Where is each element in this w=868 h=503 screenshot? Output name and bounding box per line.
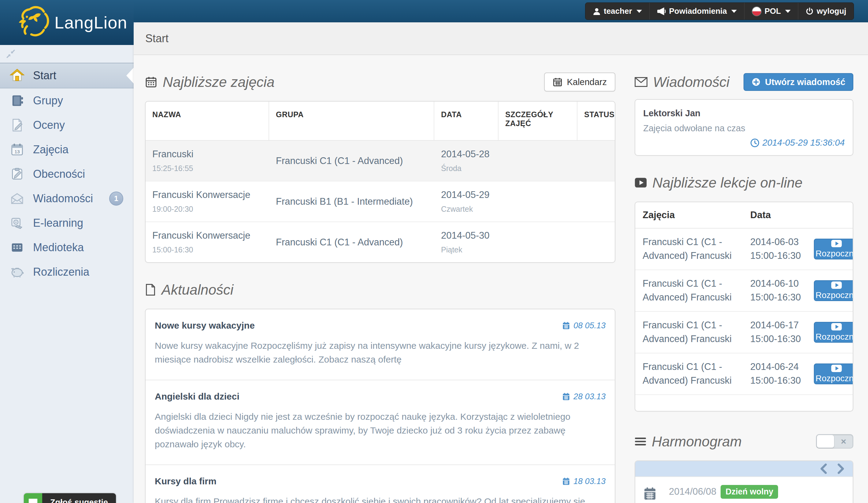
class-name: Francuski — [152, 149, 262, 160]
chevron-down-icon — [731, 10, 737, 13]
class-details — [498, 141, 577, 181]
chevron-down-icon — [785, 10, 790, 13]
news-title: Nowe kursy wakacyjne — [155, 320, 255, 331]
sidebar-item-label: Start — [33, 69, 56, 82]
sidebar-menu: Start Grupy Oceny 13 Zajęcia Obecności — [0, 63, 134, 284]
calendar-button[interactable]: Kalendarz — [544, 72, 616, 92]
class-name: Francuski Konwersacje — [152, 230, 262, 241]
sidebar-item-elearning[interactable]: E-learning — [0, 211, 134, 235]
home-icon — [9, 68, 25, 83]
main-content: Start Najbliższe zajęcia Kalendarz NAZWA… — [134, 22, 868, 503]
class-date: 2014-05-29 — [441, 189, 492, 201]
envelope-icon — [9, 191, 25, 206]
sidebar-item-wiadomosci[interactable]: Wiadomości 1 — [0, 186, 134, 211]
calendar-icon — [562, 392, 570, 401]
toggle-off-icon: × — [834, 435, 853, 448]
class-status — [577, 222, 615, 262]
topbar-menu-group: teacher Powiadomienia POL wyloguj — [585, 2, 854, 20]
notifications-menu-button[interactable]: Powiadomienia — [649, 3, 744, 20]
language-menu-button[interactable]: POL — [744, 3, 798, 20]
class-time: 15:25-16:55 — [152, 164, 262, 173]
video-play-icon — [634, 177, 647, 188]
news-body: Kursy dla firm Prowadzisz firmę i chcesz… — [155, 494, 589, 503]
sidebar-item-label: Zajęcia — [33, 143, 69, 156]
section-title-schedule: Harmonogram — [652, 433, 742, 450]
start-lesson-button[interactable]: Rozpocznij — [814, 363, 853, 384]
news-title: Angielski dla dzieci — [155, 391, 239, 402]
news-body: Nowe kursy wakacyjne Rozpoczęliśmy już z… — [155, 339, 589, 366]
schedule-date: 2014/06/08 — [669, 486, 716, 497]
column-header: STATUS — [577, 102, 616, 140]
start-lesson-button[interactable]: Rozpocznij — [814, 280, 853, 301]
start-lesson-button[interactable]: Rozpocznij — [814, 322, 853, 343]
piggy-bank-icon — [9, 264, 25, 280]
suggestion-button[interactable]: Zgłoś sugestię — [24, 493, 116, 503]
sidebar-item-label: Obecności — [33, 168, 85, 181]
column-header: DATA — [434, 102, 498, 140]
lesson-date: 2014-06-24 — [750, 360, 807, 374]
unread-count-badge: 1 — [109, 192, 123, 206]
sidebar-item-medioteka[interactable]: Medioteka — [0, 235, 134, 260]
sidebar-item-oceny[interactable]: Oceny — [0, 113, 134, 137]
schedule-item: 2014/06/08 Dzień wolny Zesłanie Ducha Św… — [635, 476, 853, 503]
sidebar-item-label: Wiadomości — [33, 192, 93, 205]
play-icon — [831, 239, 842, 247]
lesson-class: Francuski C1 (C1 - Advanced) Francuski — [643, 360, 743, 388]
plus-circle-icon — [752, 78, 761, 86]
upcoming-classes-table: NAZWA GRUPA DATA SZCZEGÓŁY ZAJĘĆ STATUS … — [145, 101, 616, 263]
message-item[interactable]: Lektorski Jan Zajęcia odwołane na czas 2… — [634, 99, 853, 156]
lesson-time: 15:00-16:30 — [750, 374, 807, 388]
user-menu-button[interactable]: teacher — [586, 3, 649, 20]
section-title-messages: Wiadomości — [653, 74, 730, 90]
sidebar-item-label: E-learning — [33, 217, 83, 229]
news-item: Nowe kursy wakacyjne 08 05.13 Nowe kursy… — [146, 309, 615, 380]
toggle-knob — [817, 435, 834, 448]
lesson-class: Francuski C1 (C1 - Advanced) Francuski — [643, 235, 743, 263]
megaphone-icon — [657, 7, 666, 16]
section-title-news: Aktualności — [162, 281, 234, 298]
table-row: Francuski C1 (C1 - Advanced) Francuski 2… — [635, 312, 853, 353]
lion-logo-icon — [16, 4, 53, 41]
brand-logo[interactable]: LangLion — [0, 0, 134, 45]
sidebar-item-obecnosci[interactable]: Obecności — [0, 162, 134, 186]
news-date: 28 03.13 — [562, 392, 606, 401]
calendar-icon — [643, 486, 657, 501]
class-weekday: Środa — [441, 164, 492, 173]
sidebar-item-label: Oceny — [33, 119, 65, 132]
class-status — [577, 182, 615, 222]
news-item: Angielski dla dzieci 28 03.13 Angielski … — [146, 380, 615, 464]
start-lesson-button[interactable]: Rozpocznij — [814, 239, 853, 259]
class-details — [498, 222, 577, 262]
schedule-toggle-switch[interactable]: × — [816, 434, 853, 449]
class-name: Francuski Konwersacje — [152, 189, 262, 201]
power-icon — [806, 7, 814, 15]
table-row: Francuski15:25-16:55 Francuski C1 (C1 - … — [146, 141, 615, 182]
table-header-row: NAZWA GRUPA DATA SZCZEGÓŁY ZAJĘĆ STATUS — [146, 102, 615, 141]
logout-button[interactable]: wyloguj — [798, 3, 854, 20]
clock-icon — [750, 138, 760, 147]
sidebar-item-start[interactable]: Start — [0, 63, 134, 89]
lesson-time: 15:00-16:30 — [750, 291, 807, 305]
user-icon — [593, 7, 601, 15]
media-icon — [9, 239, 25, 256]
groups-icon — [9, 93, 25, 109]
table-row: Francuski Konwersacje19:00-20:30 Francus… — [146, 182, 615, 222]
flag-pl-icon — [752, 7, 762, 16]
grades-icon — [9, 117, 25, 133]
play-icon — [831, 323, 842, 331]
section-title-online-lessons: Najbliższe lekcje on-line — [652, 174, 803, 191]
sidebar-item-grupy[interactable]: Grupy — [0, 89, 134, 113]
play-icon — [831, 365, 842, 372]
collapse-sidebar-icon[interactable] — [6, 49, 16, 59]
news-body: Angielski dla dzieci Nigdy nie jest za w… — [155, 410, 589, 451]
sidebar-item-rozliczenia[interactable]: Rozliczenia — [0, 260, 134, 284]
chevron-right-icon[interactable] — [837, 463, 845, 474]
column-header: Zajęcia — [635, 202, 743, 228]
sidebar-item-zajecia[interactable]: 13 Zajęcia — [0, 137, 134, 162]
compose-message-button[interactable]: Utwórz wiadomość — [744, 73, 853, 91]
table-row: Francuski C1 (C1 - Advanced) Francuski 2… — [635, 353, 853, 395]
chevron-left-icon[interactable] — [820, 463, 828, 474]
lessons-card-footer — [635, 395, 853, 411]
schedule-pager — [635, 461, 853, 476]
lesson-class: Francuski C1 (C1 - Advanced) Francuski — [643, 277, 743, 305]
